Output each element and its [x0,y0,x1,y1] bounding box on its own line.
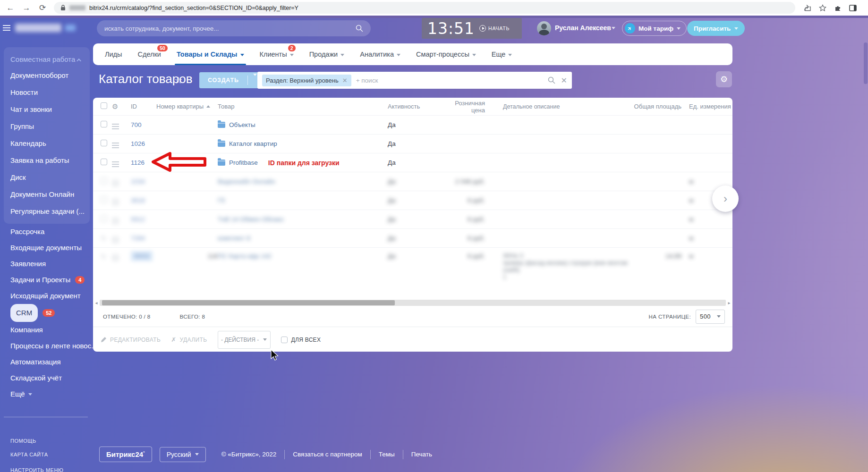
address-bar[interactable]: bitrix24.ru/crm/catalog/?find_section_se… [54,2,795,14]
tab-deals[interactable]: Сделки50 [138,43,161,65]
row-menu-icon[interactable] [112,164,119,165]
sidebar-item-avtomatizaciya[interactable]: Автоматизация [10,354,93,370]
row-id-link[interactable]: 1026 [131,140,145,147]
sidebar-item-documents-online[interactable]: Документы Онлайн [10,186,83,203]
row-checkbox[interactable] [101,140,107,146]
sidebar-item-tasks-projects[interactable]: Задачи и Проекты4 [10,272,93,288]
sidebar-item-kompaniya[interactable]: Компания [10,322,93,338]
sidebar-item-zayavka[interactable]: Заявка на работы [10,152,83,169]
browser-back-icon[interactable]: ← [6,3,15,13]
table-row-redacted[interactable]: 3618 Гб Да 6 руб.м [93,191,732,210]
edit-button[interactable]: РЕДАКТИРОВАТЬ [101,337,161,343]
browser-forward-icon[interactable]: → [22,3,31,13]
column-header-retail-price[interactable]: Розничная цена [443,100,501,114]
sidebar-item-outgoing-doc[interactable]: Исходящий документ [10,288,93,304]
filter-tag-section[interactable]: Раздел: Верхний уровень ✕ [262,75,351,86]
sidebar-item-more[interactable]: Ещё [10,386,93,402]
tab-products-warehouses[interactable]: Товары и Склады [177,43,244,65]
extensions-puzzle-icon[interactable] [834,4,842,12]
print-link[interactable]: Печать [403,451,440,458]
sidebar-item-disk[interactable]: Диск [10,169,83,186]
sidebar-item-kalendar[interactable]: Календарь [10,135,83,152]
table-row-redacted[interactable]: ↻ 7284 комплект 8 Да 6 руб.м [93,228,732,247]
sidebar-item-regular-tasks[interactable]: Регулярные задачи (... [10,203,83,220]
sidebar-item-rassrochka[interactable]: Рассрочка [10,224,93,240]
tab-sales[interactable]: Продажи [309,43,345,65]
sidebar-link-sitemap[interactable]: КАРТА САЙТА [10,452,63,457]
scroll-right-icon[interactable]: ▸ [726,300,732,305]
themes-link[interactable]: Темы [371,451,403,458]
sidebar-item-chat[interactable]: Чат и звонки [10,101,83,118]
search-icon[interactable] [548,76,555,84]
sidebar-link-configure-menu[interactable]: НАСТРОИТЬ МЕНЮ [10,467,63,472]
delete-button[interactable]: ✗ УДАЛИТЬ [171,336,207,343]
user-menu-chevron-icon[interactable] [612,27,615,29]
my-tariff-button[interactable]: ✈ Мой тариф [622,21,687,36]
filter-search-bar[interactable]: Раздел: Верхний уровень ✕ + поиск ✕ [257,72,572,89]
row-menu-icon[interactable] [112,145,119,146]
sidebar-item-novosti[interactable]: Новости [10,84,83,101]
tab-more[interactable]: Еще [492,43,512,65]
select-all-checkbox[interactable] [101,102,107,109]
row-checkbox[interactable] [101,121,107,127]
favorite-star-icon[interactable]: ☆ [174,75,183,86]
per-page-select[interactable]: 500 [696,310,725,324]
user-name[interactable]: Руслан Алексеев [555,24,611,32]
tab-clients[interactable]: Клиенты2 [260,43,294,65]
sidebar-item-incoming-docs[interactable]: Входящие документы [10,240,93,256]
sidebar-section-header[interactable]: Совместная работа [10,52,83,67]
user-avatar[interactable] [537,21,551,35]
sidebar-link-help[interactable]: помощь [10,438,63,444]
product-link[interactable]: Profitbase [229,159,258,166]
sidebar-item-zayavleniya[interactable]: Заявления [10,256,93,272]
columns-gear-icon[interactable]: ⚙ [112,102,118,110]
table-row-profitbase[interactable]: 1126 ProfitbaseID папки для загрузки Да [93,153,732,172]
row-id-link[interactable]: 700 [131,121,142,128]
table-row-redacted[interactable]: 5912 ТнВ 14 Обмен Облако Да 6 руб.м [93,210,732,228]
page-scrollbar-thumb[interactable] [864,42,868,84]
scrollbar-thumb[interactable] [102,300,395,305]
column-header-description[interactable]: Детальное описание [501,103,632,110]
grid-settings-button[interactable]: ⚙ [716,71,732,87]
row-menu-icon[interactable] [112,126,119,127]
table-row-redacted[interactable]: ↻ 9003 118 ПС Карта кфр 142 Да 6 руб. ЖК… [93,247,732,282]
actions-dropdown[interactable]: - ДЕЙСТВИЯ - [218,331,271,349]
side-panel-icon[interactable] [849,5,857,11]
scroll-left-icon[interactable]: ◂ [93,300,100,305]
column-header-activity[interactable]: Активность [386,103,443,110]
product-link[interactable]: Объекты [229,121,255,128]
time-tracker[interactable]: 13:51 НАЧАТЬ [422,18,522,39]
horizontal-scrollbar[interactable]: ◂ ▸ [93,299,732,306]
share-icon[interactable] [804,4,811,11]
bookmark-star-icon[interactable] [819,4,826,12]
row-id-link[interactable]: 1126 [131,159,145,166]
sidebar-item-gruppy[interactable]: Группы [10,118,83,135]
column-header-product[interactable]: Товар [218,103,386,110]
tab-analytics[interactable]: Аналитика [360,43,400,65]
table-row[interactable]: 700 Объекты Да [93,115,732,134]
partner-link[interactable]: Связаться с партнером [285,451,370,458]
table-row[interactable]: 1026 Каталог квартир Да [93,134,732,153]
for-all-option[interactable]: ДЛЯ ВСЕХ [281,337,321,343]
sidebar-item-crm[interactable]: CRM52 [10,304,93,322]
browser-reload-icon[interactable]: ⟳ [38,3,47,13]
language-select[interactable]: Русский [160,447,206,462]
remove-filter-icon[interactable]: ✕ [342,77,348,84]
tab-leads[interactable]: Лиды [105,43,122,65]
menu-burger-icon[interactable] [3,25,10,26]
start-workday-button[interactable]: НАЧАТЬ [479,25,510,32]
scrollbar-track[interactable] [100,300,726,306]
sidebar-item-documentooborot[interactable]: Документооборот [10,67,83,84]
tab-smart-processes[interactable]: Смарт-процессы [416,43,476,65]
column-header-unit[interactable]: Ед. измерения [685,103,732,110]
for-all-checkbox[interactable] [281,337,288,343]
clear-filter-icon[interactable]: ✕ [561,76,567,85]
sidebar-item-sklad[interactable]: Складской учёт [10,370,93,386]
global-search-input[interactable]: искать сотрудника, документ, прочее... [97,20,371,36]
table-row-redacted[interactable]: 1034 Видеонабл Онлайн Да 2 046 руб.м [93,172,732,191]
invite-button[interactable]: Пригласить [687,21,745,36]
column-header-total-area[interactable]: Общая площадь [632,103,685,110]
bitrix24-logo-button[interactable]: Битрикс24° [99,447,152,462]
column-header-id[interactable]: ID [127,103,154,110]
product-link[interactable]: Каталог квартир [229,140,277,147]
